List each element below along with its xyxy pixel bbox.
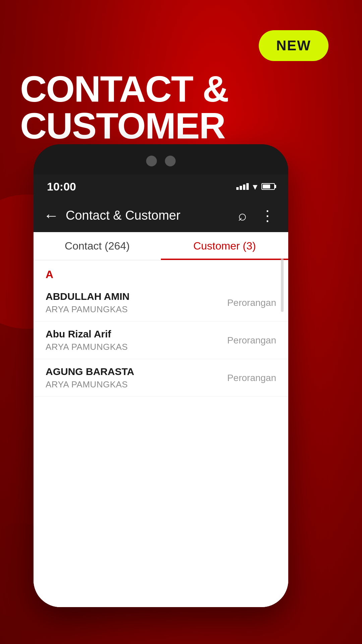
customer-name: ABDULLAH AMIN (46, 291, 130, 302)
new-badge: NEW (259, 30, 328, 61)
list-item[interactable]: AGUNG BARASTA ARYA PAMUNGKAS Perorangan (34, 359, 288, 397)
signal-icon (236, 183, 249, 190)
list-item[interactable]: ABDULLAH AMIN ARYA PAMUNGKAS Perorangan (34, 284, 288, 322)
tab-bar: Contact (264) Customer (3) (34, 232, 288, 260)
phone-camera-bar (34, 144, 288, 174)
camera-lens-2 (165, 156, 176, 166)
list-item[interactable]: Abu Rizal Arif ARYA PAMUNGKAS Perorangan (34, 322, 288, 359)
customer-type: Perorangan (227, 298, 276, 308)
search-icon[interactable]: ⌕ (235, 207, 250, 224)
app-header-title: Contact & Customer (66, 208, 228, 223)
app-header: ← Contact & Customer ⌕ ⋮ (34, 199, 288, 232)
customer-type: Perorangan (227, 373, 276, 383)
customer-type: Perorangan (227, 335, 276, 346)
list-item-info: AGUNG BARASTA ARYA PAMUNGKAS (46, 366, 134, 390)
scroll-indicator (281, 258, 284, 312)
tab-customer[interactable]: Customer (3) (161, 232, 288, 260)
phone-screen: 10:00 ▾ (34, 174, 288, 607)
tab-contact[interactable]: Contact (264) (34, 232, 161, 260)
list-item-info: Abu Rizal Arif ARYA PAMUNGKAS (46, 328, 128, 352)
camera-lens-1 (146, 156, 157, 166)
back-button[interactable]: ← (44, 206, 59, 224)
tab-contact-label: Contact (264) (65, 240, 130, 252)
customer-sub: ARYA PAMUNGKAS (46, 379, 134, 390)
more-options-icon[interactable]: ⋮ (257, 207, 278, 224)
battery-icon (261, 183, 275, 190)
tab-customer-label: Customer (3) (193, 240, 256, 252)
customer-name: Abu Rizal Arif (46, 328, 128, 340)
customer-sub: ARYA PAMUNGKAS (46, 304, 130, 315)
content-area: A ABDULLAH AMIN ARYA PAMUNGKAS Peroranga… (34, 260, 288, 607)
phone-mockup: 10:00 ▾ (34, 144, 288, 607)
screen-top: 10:00 ▾ (34, 174, 288, 232)
status-bar: 10:00 ▾ (34, 174, 288, 199)
wifi-icon: ▾ (253, 181, 257, 192)
list-item-info: ABDULLAH AMIN ARYA PAMUNGKAS (46, 291, 130, 315)
customer-name: AGUNG BARASTA (46, 366, 134, 377)
status-time: 10:00 (47, 180, 76, 193)
section-letter-a: A (34, 260, 288, 284)
status-icons: ▾ (236, 181, 275, 192)
customer-sub: ARYA PAMUNGKAS (46, 342, 128, 352)
page-title: CONTACT & CUSTOMER (20, 70, 322, 144)
